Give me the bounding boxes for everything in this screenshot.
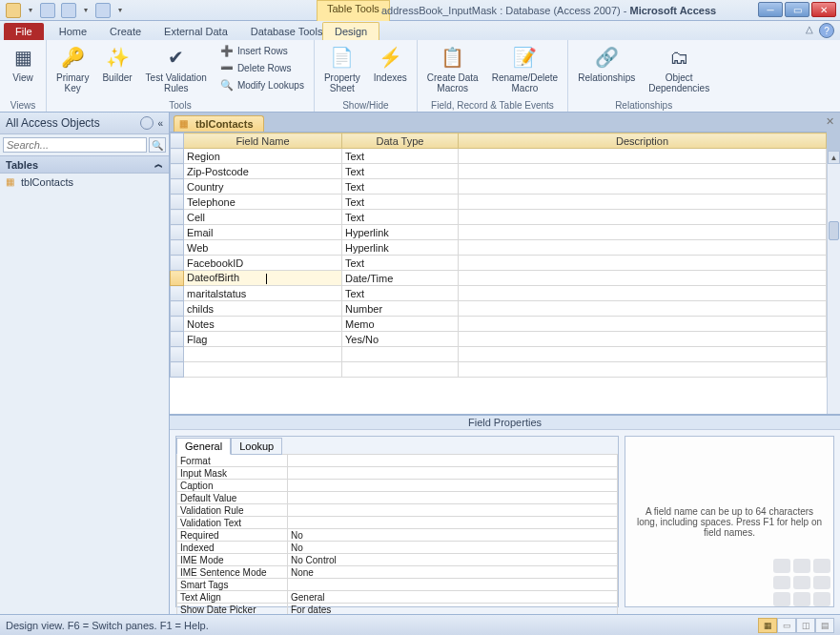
maximize-button[interactable]: ▭ (785, 2, 809, 17)
external-data-tab[interactable]: External Data (153, 23, 239, 40)
field-name-cell[interactable]: Region (184, 149, 342, 164)
data-type-cell[interactable]: Text (342, 286, 459, 301)
property-row[interactable]: IME Sentence ModeNone (177, 566, 618, 579)
row-selector[interactable] (171, 225, 184, 240)
table-row[interactable]: EmailHyperlink (171, 225, 827, 240)
primary-key-button[interactable]: 🔑Primary Key (54, 42, 91, 95)
row-selector[interactable] (171, 301, 184, 317)
property-row[interactable]: IndexedNo (177, 542, 618, 554)
scroll-up-button[interactable]: ▲ (828, 151, 840, 164)
save-icon[interactable] (40, 3, 55, 18)
general-tab[interactable]: General (176, 438, 231, 455)
description-cell[interactable] (459, 164, 827, 179)
data-type-cell[interactable]: Number (342, 301, 459, 317)
nav-filter-icon[interactable] (140, 116, 154, 130)
redo-icon[interactable] (95, 3, 111, 18)
table-row[interactable]: NotesMemo (171, 317, 827, 332)
field-name-cell[interactable]: FacebookID (184, 256, 342, 271)
table-row[interactable]: TelephoneText (171, 195, 827, 210)
property-value[interactable] (288, 492, 618, 504)
description-cell[interactable] (459, 256, 827, 271)
description-cell[interactable] (459, 362, 827, 378)
file-tab[interactable]: File (4, 23, 44, 40)
data-type-header[interactable]: Data Type (342, 133, 459, 149)
ribbon-minimize-icon[interactable]: △ (806, 24, 813, 34)
property-value[interactable]: None (288, 566, 618, 579)
property-value[interactable]: No (288, 542, 618, 554)
design-tab[interactable]: Design (322, 22, 379, 40)
search-button[interactable]: 🔍 (149, 137, 166, 153)
property-value[interactable]: No Control (288, 554, 618, 566)
data-type-cell[interactable]: Date/Time (342, 271, 459, 286)
description-cell[interactable] (459, 179, 827, 195)
data-type-cell[interactable]: Text (342, 195, 459, 210)
row-selector[interactable] (171, 332, 184, 347)
database-tools-tab[interactable]: Database Tools (239, 23, 335, 40)
description-cell[interactable] (459, 240, 827, 256)
design-view-button[interactable]: ▦ (758, 618, 777, 633)
delete-rows-button[interactable]: ➖Delete Rows (218, 59, 306, 76)
data-type-cell[interactable]: Hyperlink (342, 225, 459, 240)
field-name-header[interactable]: Field Name (184, 133, 342, 149)
property-row[interactable]: Caption (177, 480, 618, 492)
create-data-macros-button[interactable]: 📋Create Data Macros (425, 42, 481, 95)
property-row[interactable]: RequiredNo (177, 529, 618, 542)
field-name-cell[interactable]: Web (184, 240, 342, 256)
data-type-cell[interactable]: Yes/No (342, 332, 459, 347)
undo-icon[interactable] (61, 3, 76, 18)
modify-lookups-button[interactable]: 🔍Modify Lookups (218, 76, 306, 93)
insert-rows-button[interactable]: ➕Insert Rows (218, 42, 306, 59)
property-row[interactable]: Format (177, 455, 618, 467)
row-selector[interactable] (171, 179, 184, 195)
table-row[interactable]: CellText (171, 210, 827, 225)
row-selector[interactable] (171, 149, 184, 164)
field-name-cell[interactable]: Telephone (184, 195, 342, 210)
data-type-cell[interactable]: Text (342, 256, 459, 271)
lookup-tab[interactable]: Lookup (231, 438, 282, 455)
property-row[interactable]: Input Mask (177, 467, 618, 480)
property-value[interactable] (288, 467, 618, 480)
data-type-cell[interactable]: Text (342, 164, 459, 179)
relationships-button[interactable]: 🔗Relationships (576, 42, 637, 85)
row-selector[interactable] (171, 286, 184, 301)
field-name-cell[interactable]: Cell (184, 210, 342, 225)
property-row[interactable]: Text AlignGeneral (177, 591, 618, 604)
document-close-button[interactable]: ✕ (823, 114, 836, 128)
data-type-cell[interactable]: Text (342, 210, 459, 225)
qat-dropdown-1[interactable]: ▾ (27, 4, 34, 17)
builder-button[interactable]: ✨Builder (100, 42, 133, 85)
table-row[interactable] (171, 347, 827, 362)
description-cell[interactable] (459, 271, 827, 286)
description-cell[interactable] (459, 347, 827, 362)
description-cell[interactable] (459, 195, 827, 210)
object-dependencies-button[interactable]: 🗂Object Dependencies (646, 42, 711, 95)
table-row[interactable]: Zip-PostcodeText (171, 164, 827, 179)
field-name-cell[interactable]: Zip-Postcode (184, 164, 342, 179)
field-name-cell[interactable]: childs (184, 301, 342, 317)
field-name-cell[interactable] (184, 347, 342, 362)
qat-dropdown-2[interactable]: ▾ (82, 4, 90, 17)
row-selector[interactable] (171, 347, 184, 362)
property-value[interactable] (288, 480, 618, 492)
data-type-cell[interactable] (342, 347, 459, 362)
pivotchart-view-button[interactable]: ▤ (815, 618, 834, 633)
field-name-cell[interactable]: DateofBirth (184, 271, 342, 286)
search-input[interactable] (3, 137, 147, 153)
row-selector[interactable] (171, 256, 184, 271)
tables-group-header[interactable]: Tables ︽ (0, 155, 169, 174)
table-row[interactable]: FlagYes/No (171, 332, 827, 347)
table-row[interactable] (171, 362, 827, 378)
row-selector[interactable] (171, 317, 184, 332)
datasheet-view-button[interactable]: ▭ (777, 618, 796, 633)
property-value[interactable]: No (288, 529, 618, 542)
description-cell[interactable] (459, 301, 827, 317)
description-cell[interactable] (459, 225, 827, 240)
close-button[interactable]: ✕ (811, 2, 836, 17)
data-type-cell[interactable]: Text (342, 149, 459, 164)
row-selector[interactable] (171, 195, 184, 210)
row-selector[interactable] (171, 210, 184, 225)
row-selector[interactable] (171, 271, 184, 286)
description-cell[interactable] (459, 149, 827, 164)
property-value[interactable]: General (288, 591, 618, 604)
help-button[interactable]: ? (819, 23, 834, 38)
